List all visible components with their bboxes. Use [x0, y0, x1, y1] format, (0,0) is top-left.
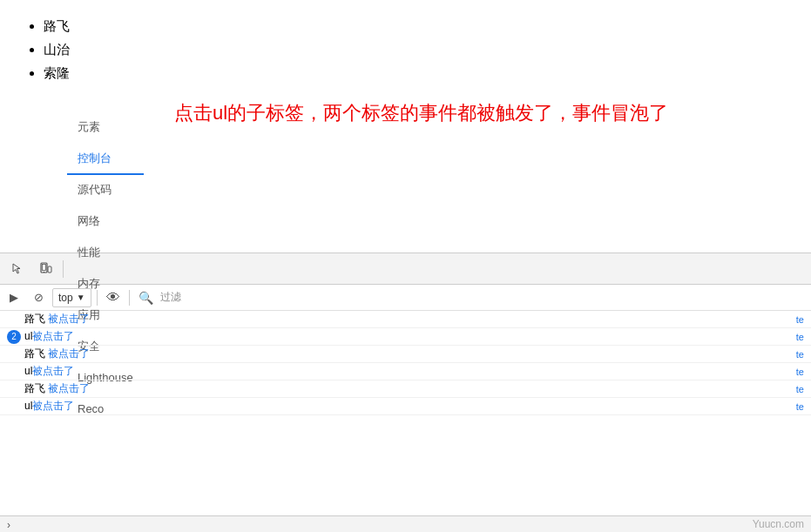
device-toggle-btn[interactable] [31, 255, 59, 283]
svg-rect-2 [44, 272, 45, 273]
list-item: 路飞 [44, 14, 794, 37]
log-black-text: ul [24, 400, 32, 412]
log-black-text: ul [24, 330, 32, 342]
log-blue-text: 被点击了 [45, 382, 90, 394]
devtools-tab-控制台[interactable]: 控制台 [67, 144, 144, 175]
context-select[interactable]: top ▼ [52, 288, 91, 307]
prompt-icon: › [7, 519, 10, 531]
devtools-tab-网络[interactable]: 网络 [67, 206, 144, 238]
log-black-text: 路飞 [24, 313, 45, 325]
devtools-tab-源代码[interactable]: 源代码 [67, 175, 144, 206]
context-label: top [58, 292, 73, 304]
log-badge: 2 [7, 330, 21, 344]
log-row[interactable]: ul被点击了te [0, 398, 811, 415]
log-source: te [796, 314, 804, 325]
log-blue-text: 被点击了 [32, 365, 74, 377]
log-black-text: 路飞 [24, 382, 45, 394]
log-row[interactable]: 路飞 被点击了te [0, 346, 811, 363]
log-source: te [796, 401, 804, 412]
list-item: 山治 [44, 37, 794, 61]
log-black-text: ul [24, 365, 32, 377]
log-row[interactable]: 2ul被点击了te [0, 328, 811, 346]
console-log-area: 路飞 被点击了te2ul被点击了te路飞 被点击了teul被点击了te路飞 被点… [0, 311, 811, 515]
watermark: Yuucn.com [753, 518, 804, 530]
list-section: 路飞山治索隆 [17, 14, 794, 84]
log-text: 路飞 被点击了 [24, 381, 789, 396]
console-toolbar: ▶ ⊘ top ▼ 👁 🔍 过滤 [0, 285, 811, 311]
log-text: ul被点击了 [24, 364, 789, 379]
devtools-tab-元素[interactable]: 元素 [67, 112, 144, 144]
play-btn[interactable]: ▶ [3, 287, 24, 308]
devtools-bottom-bar: › Yuucn.com [0, 515, 811, 532]
log-text: 路飞 被点击了 [24, 312, 789, 327]
eye-btn[interactable]: 👁 [103, 287, 124, 308]
description-text: 点击ul的子标签，两个标签的事件都被触发了，事件冒泡了 [174, 98, 784, 127]
log-blue-text: 被点击了 [32, 400, 74, 412]
log-blue-text: 被点击了 [32, 330, 74, 342]
block-btn[interactable]: ⊘ [28, 287, 49, 308]
log-row[interactable]: ul被点击了te [0, 363, 811, 380]
tab-separator-1 [63, 260, 64, 278]
filter-placeholder: 过滤 [160, 290, 181, 305]
log-blue-text: 被点击了 [45, 313, 90, 325]
devtools-tab-bar: 元素控制台源代码网络性能内存应用安全LighthouseReco [0, 253, 811, 285]
log-row[interactable]: 路飞 被点击了te [0, 311, 811, 328]
devtools-tab-性能[interactable]: 性能 [67, 238, 144, 269]
devtools-panel: 元素控制台源代码网络性能内存应用安全LighthouseReco ▶ ⊘ top… [0, 253, 811, 532]
filter-icon: 🔍 [135, 291, 157, 305]
log-blue-text: 被点击了 [45, 347, 90, 360]
svg-rect-1 [43, 264, 46, 270]
log-source: te [796, 384, 804, 394]
log-text: ul被点击了 [24, 399, 789, 414]
character-list: 路飞山治索隆 [17, 14, 794, 84]
log-source: te [796, 349, 804, 360]
log-black-text: 路飞 [24, 347, 45, 360]
log-row[interactable]: 路飞 被点击了te [0, 380, 811, 398]
inspect-icon-btn[interactable] [3, 255, 31, 283]
chevron-icon: ▼ [77, 293, 85, 302]
log-text: ul被点击了 [24, 329, 789, 344]
list-item: 索隆 [44, 61, 794, 84]
toolbar-separator-2 [129, 290, 130, 306]
toolbar-separator [97, 290, 98, 306]
svg-rect-3 [48, 266, 51, 273]
log-source: te [796, 332, 804, 342]
log-text: 路飞 被点击了 [24, 347, 789, 361]
log-source: te [796, 367, 804, 377]
